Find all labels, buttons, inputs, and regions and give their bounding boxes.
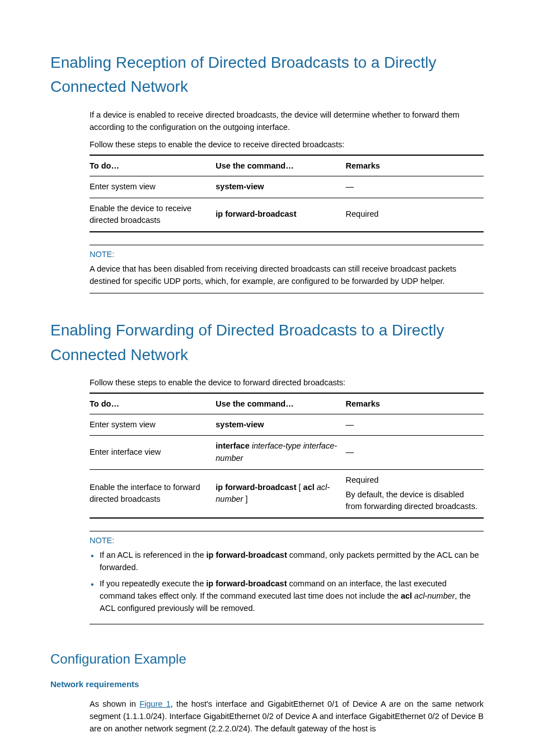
table-cell-remarks: — bbox=[346, 414, 484, 436]
table-cell-todo: Enter system view bbox=[90, 414, 216, 436]
table-row: Enable the interface to forward directed… bbox=[90, 469, 484, 518]
table-cell-todo: Enter interface view bbox=[90, 436, 216, 470]
table-header-todo: To do… bbox=[90, 155, 216, 176]
section3-title: Configuration Example bbox=[50, 649, 484, 669]
table-header-cmd: Use the command… bbox=[216, 393, 345, 414]
table-cell-cmd: ip forward-broadcast [ acl acl-number ] bbox=[216, 469, 345, 518]
table-row: Enter interface view interface interface… bbox=[90, 436, 484, 470]
table-cell-todo: Enable the device to receive directed br… bbox=[90, 198, 216, 232]
section2-title: Enabling Forwarding of Directed Broadcas… bbox=[50, 318, 484, 367]
table-cell-remarks: — bbox=[346, 436, 484, 470]
table-header-remarks: Remarks bbox=[346, 393, 484, 414]
section1-title: Enabling Reception of Directed Broadcast… bbox=[50, 50, 484, 99]
table-row: Enter system view system-view — bbox=[90, 414, 484, 436]
table-row: Enable the device to receive directed br… bbox=[90, 198, 484, 232]
note-label: NOTE: bbox=[90, 531, 484, 549]
table-header-cmd: Use the command… bbox=[216, 155, 345, 176]
table-row: Enter system view system-view — bbox=[90, 176, 484, 198]
section2-follow-steps: Follow these steps to enable the device … bbox=[90, 377, 484, 389]
section1-intro: If a device is enabled to receive direct… bbox=[90, 109, 484, 134]
note-text: A device that has been disabled from rec… bbox=[90, 263, 484, 289]
table-header-todo: To do… bbox=[90, 393, 216, 414]
table-cell-cmd: ip forward-broadcast bbox=[216, 198, 345, 232]
table-cell-cmd: system-view bbox=[216, 414, 345, 436]
note-label: NOTE: bbox=[90, 245, 484, 263]
table-header-remarks: Remarks bbox=[346, 155, 484, 176]
table-cell-todo: Enable the interface to forward directed… bbox=[90, 469, 216, 518]
section1-table: To do… Use the command… Remarks Enter sy… bbox=[90, 155, 484, 232]
section1-note: NOTE: A device that has been disabled fr… bbox=[90, 245, 484, 293]
section2-table: To do… Use the command… Remarks Enter sy… bbox=[90, 393, 484, 519]
table-cell-cmd: system-view bbox=[216, 176, 345, 198]
section3-paragraph: As shown in Figure 1, the host's interfa… bbox=[90, 698, 484, 735]
section3-subheading: Network requirements bbox=[50, 678, 484, 691]
section2-note: NOTE: If an ACL is referenced in the ip … bbox=[90, 531, 484, 624]
table-cell-remarks: Required bbox=[346, 198, 484, 232]
figure-link[interactable]: Figure 1 bbox=[139, 699, 171, 708]
table-cell-remarks: Required By default, the device is disab… bbox=[346, 469, 484, 518]
table-cell-remarks: — bbox=[346, 176, 484, 198]
table-cell-cmd: interface interface-type interface-numbe… bbox=[216, 436, 345, 470]
section1-follow-steps: Follow these steps to enable the device … bbox=[90, 139, 484, 151]
note-bullet: If an ACL is referenced in the ip forwar… bbox=[90, 549, 484, 574]
table-cell-todo: Enter system view bbox=[90, 176, 216, 198]
note-bullet: If you repeatedly execute the ip forward… bbox=[90, 578, 484, 614]
